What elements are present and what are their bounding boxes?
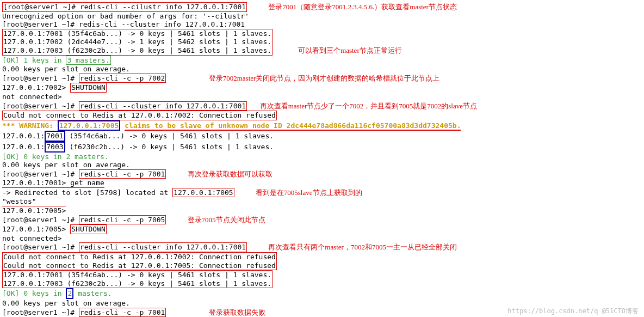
annotation: 再次查看只有两个master，7002和7005一主一从已经全部关闭	[268, 243, 457, 251]
prompt: [root@server1 ~]#	[2, 102, 75, 110]
output: "westos"	[2, 197, 642, 206]
cmd: redis-cli --cilustr info 127.0.0.1:7001	[80, 3, 246, 11]
output: Unrecognized option or bad number of arg…	[2, 12, 642, 21]
cmd: redis-cli --cluster info 127.0.0.1:7001	[79, 101, 247, 111]
cmd: redis-cli -c -p 7002	[79, 74, 166, 83]
output: 0.00 keys per slot on average.	[2, 299, 642, 308]
output: not connected>	[2, 234, 642, 243]
annotation: 可以看到三个master节点正常运行	[298, 46, 402, 54]
cmd: redis-cli -c -p 7001	[79, 308, 166, 317]
prompt: 127.0.0.1:7005>	[2, 225, 66, 233]
ok-line: [OK] 0 keys in 2 masters.	[2, 153, 642, 161]
redirect-target: 127.0.0.1:7005	[172, 188, 234, 198]
annotation: 登录7001（随意登录7001.2.3.4.5.6.）获取查看master节点状…	[268, 3, 457, 11]
prompt: [root@server1 ~]#	[2, 308, 75, 316]
output: 0.00 keys per slot on average.	[2, 161, 642, 169]
masters-block: 127.0.0.1:7001 (35f4c6ab...) -> 0 keys |…	[2, 270, 273, 288]
annotation: 看到是在7005slave节点上获取到的	[256, 188, 362, 197]
masters-count: 3 masters.	[66, 56, 110, 65]
output: 0.00 keys per slot on average.	[2, 65, 642, 74]
annotation: 登录获取数据失败	[209, 308, 265, 316]
warning: *** WARNING: 127.0.0.1:7005 claims to be…	[2, 121, 461, 130]
cmd: redis-cli --cluster info 127.0.0.1:7001	[79, 242, 247, 252]
masters-count: 2	[66, 288, 73, 299]
prompt: [root@server1 ~]#	[3, 3, 76, 11]
shutdown-cmd: SHUTDOWN	[70, 224, 107, 234]
ok-line: [OK] 1 keys in	[2, 56, 62, 64]
refused-block: Could not connect to Redis at 127.0.0.1:…	[2, 252, 277, 270]
annotation: 再次登录获取数据可以获取	[188, 170, 273, 178]
output: -> Redirected to slot [5798] located at	[2, 188, 168, 197]
prompt: 127.0.0.1:7002>	[2, 83, 66, 92]
prompt: 127.0.0.1:7005>	[2, 206, 66, 215]
cmd: redis-cli -c -p 7001	[79, 169, 166, 179]
masters-block: 127.0.0.1:7001 (35f4c6ab...) -> 0 keys |…	[3, 29, 271, 54]
prompt: [root@server1 ~]#	[2, 74, 75, 82]
output: Could not connect to Redis at 127.0.0.1:…	[2, 111, 277, 120]
prompt: [root@server1 ~]#	[2, 170, 75, 178]
output: not connected>	[2, 93, 642, 101]
ok-line: [OK] 0 keys in	[2, 289, 62, 297]
output: 127.0.0.1:7001> get name	[2, 179, 104, 188]
prompt: [root@server1 ~]#	[2, 216, 75, 224]
annotation: 登录7002master关闭此节点，因为刚才创建的数据的哈希槽就位于此节点上	[209, 74, 440, 82]
node-line: 127.0.0.1:7003 (f6230c2b...) -> 0 keys |…	[2, 143, 274, 151]
prompt: [root@server1 ~]#	[2, 243, 75, 251]
annotation: 登录7005节点关闭此节点	[188, 216, 265, 224]
output: [root@server1 ~]# redis-cli --cluster in…	[2, 20, 642, 29]
cmd: redis-cli -c -p 7005	[79, 215, 166, 225]
watermark: https://blog.csdn.net/q @51CTO博客	[507, 307, 639, 315]
node-line: 127.0.0.1:7001 (35f4c6ab...) -> 0 keys |…	[2, 132, 274, 140]
annotation: 再次查看master节点少了一个7002，并且看到7005就是7002的slav…	[260, 102, 477, 110]
shutdown-cmd: SHUTDOWN	[70, 83, 107, 93]
